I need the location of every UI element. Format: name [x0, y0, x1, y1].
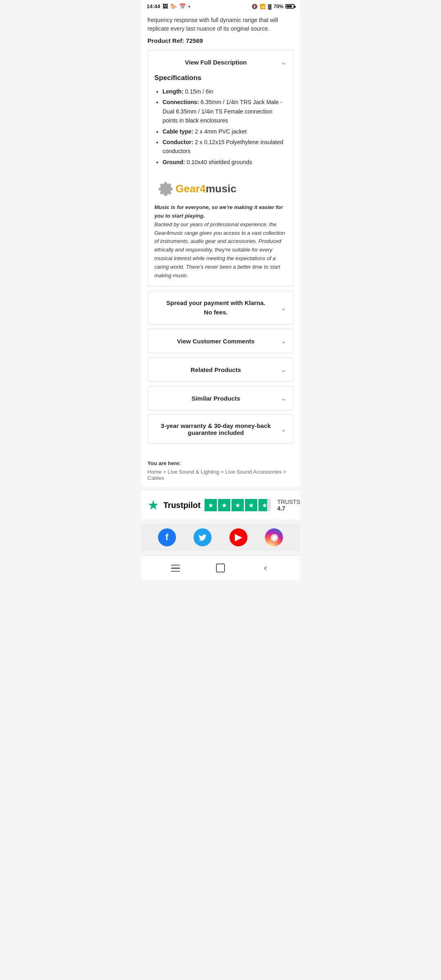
related-products-header[interactable]: Related Products ⌄: [148, 358, 293, 381]
spec-length-value: 0.15m / 6in: [185, 88, 213, 95]
trustpilot-star-4: ★: [245, 499, 257, 511]
product-ref: Product Ref: 72569: [147, 37, 294, 44]
spec-connections-label: Connections:: [163, 99, 199, 105]
specifications-heading: Specifications: [154, 74, 287, 82]
klarna-label: Spread your payment with Klarna.No fees.: [154, 298, 277, 317]
nav-menu-button[interactable]: [168, 561, 183, 575]
menu-line-3: [171, 571, 180, 572]
related-products-label: Related Products: [154, 366, 277, 373]
bottom-nav: ‹: [141, 555, 300, 580]
nav-home-button[interactable]: [213, 561, 228, 575]
breadcrumb-cables[interactable]: Cables: [147, 475, 164, 481]
horse-icon: 🐎: [170, 3, 177, 9]
home-square-icon: [216, 564, 225, 572]
chevron-down-icon: ⌄: [281, 365, 287, 374]
chevron-down-icon: ⌄: [281, 425, 287, 434]
trustpilot-star-2: ★: [218, 499, 230, 511]
breadcrumb-live-sound[interactable]: Live Sound & Lighting: [168, 469, 219, 475]
chevron-down-icon: ⌄: [281, 303, 287, 312]
trustpilot-star-5-half: ★: [258, 499, 271, 511]
spec-cable-type-label: Cable type:: [163, 128, 193, 135]
dot-icon: •: [188, 3, 190, 9]
twitter-icon[interactable]: [194, 528, 212, 546]
chevron-down-icon: ⌄: [281, 58, 287, 67]
menu-line-1: [171, 565, 180, 566]
breadcrumb-path: Home > Live Sound & Lighting > Live Soun…: [147, 469, 294, 481]
wifi-icon: 📶: [260, 4, 266, 9]
mute-icon: 🔇: [252, 4, 258, 9]
status-bar: 14:44 🖼 🐎 📅 • 🔇 📶 ▓ 70%: [141, 0, 300, 12]
brand-logo: Gear4music: [154, 179, 287, 198]
spec-ground-value: 0.10x40 shielded grounds: [187, 159, 252, 165]
trustpilot-score: TRUSTSCORE 4.7: [277, 499, 300, 512]
main-content: frequency response with full dynamic ran…: [141, 12, 300, 454]
spec-cable-type: Cable type: 2 x 4mm PVC jacket: [163, 127, 287, 136]
battery-icon: [285, 4, 294, 9]
brand-tagline: Music is for everyone, so we're making i…: [154, 203, 287, 280]
signal-icon: ▓: [268, 4, 272, 9]
related-products-accordion: Related Products ⌄: [147, 357, 294, 382]
spec-ground-label: Ground:: [163, 159, 185, 165]
instagram-icon[interactable]: ◉: [265, 528, 283, 546]
menu-lines-icon: [171, 565, 180, 572]
chevron-down-icon: ⌄: [281, 336, 287, 345]
similar-products-label: Similar Products: [154, 395, 277, 402]
calendar-icon: 📅: [179, 3, 186, 9]
back-chevron-icon: ‹: [264, 563, 267, 573]
trustpilot-name: Trustpilot: [163, 501, 200, 510]
status-left: 14:44 🖼 🐎 📅 •: [147, 3, 190, 9]
warranty-header[interactable]: 3-year warranty & 30-day money-back guar…: [148, 415, 293, 443]
brand-section: Gear4music Music is for everyone, so we'…: [154, 175, 287, 280]
spec-ground: Ground: 0.10x40 shielded grounds: [163, 158, 287, 167]
brand-description: Backed by our years of professional expe…: [154, 221, 285, 278]
spec-length: Length: 0.15m / 6in: [163, 87, 287, 96]
customer-comments-header[interactable]: View Customer Comments ⌄: [148, 329, 293, 353]
trustpilot-section: ★ Trustpilot ★ ★ ★ ★ ★ TRUSTSCORE 4.7: [141, 491, 300, 519]
brand-gear: Gear4: [176, 183, 206, 195]
facebook-icon[interactable]: f: [158, 528, 176, 546]
menu-line-2: [171, 568, 180, 569]
photo-icon: 🖼: [163, 3, 168, 9]
trustpilot-stars: ★ ★ ★ ★ ★: [205, 499, 271, 511]
breadcrumb-home[interactable]: Home: [147, 469, 162, 475]
spec-conductor: Conductor: 2 x 0.12x15 Polyethylene insu…: [163, 138, 287, 156]
customer-comments-accordion: View Customer Comments ⌄: [147, 329, 294, 353]
trustpilot-star-icon: ★: [147, 497, 159, 513]
klarna-accordion: Spread your payment with Klarna.No fees.…: [147, 291, 294, 325]
view-full-description-accordion: View Full Description ⌄ Specifications L…: [147, 50, 294, 287]
youtube-icon[interactable]: ▶: [229, 528, 247, 546]
spec-list: Length: 0.15m / 6in Connections: 6.35mm …: [154, 87, 287, 167]
battery-percent: 70%: [274, 4, 283, 9]
trustscore-label: TRUSTSCORE: [277, 499, 300, 505]
spec-length-label: Length:: [163, 88, 183, 95]
similar-products-header[interactable]: Similar Products ⌄: [148, 386, 293, 410]
customer-comments-label: View Customer Comments: [154, 338, 277, 345]
warranty-label: 3-year warranty & 30-day money-back guar…: [154, 422, 277, 436]
intro-text: frequency response with full dynamic ran…: [147, 16, 294, 33]
breadcrumb-section: You are here: Home > Live Sound & Lighti…: [141, 454, 300, 487]
chevron-down-icon: ⌄: [281, 394, 287, 403]
specifications-section: Specifications Length: 0.15m / 6in Conne…: [154, 74, 287, 167]
time: 14:44: [147, 3, 160, 9]
brand-name: Gear4music: [176, 183, 236, 195]
breadcrumb-accessories[interactable]: Live Sound Accessories: [225, 469, 282, 475]
trustpilot-star-1: ★: [205, 499, 217, 511]
klarna-header[interactable]: Spread your payment with Klarna.No fees.…: [148, 291, 293, 324]
similar-products-accordion: Similar Products ⌄: [147, 386, 294, 410]
gear-icon: [154, 179, 174, 198]
trustpilot-star-3: ★: [232, 499, 244, 511]
view-full-description-header[interactable]: View Full Description ⌄: [148, 50, 293, 74]
spec-cable-type-value: 2 x 4mm PVC jacket: [195, 128, 247, 135]
warranty-accordion: 3-year warranty & 30-day money-back guar…: [147, 414, 294, 444]
status-right: 🔇 📶 ▓ 70%: [252, 4, 294, 9]
view-full-description-label: View Full Description: [154, 59, 277, 66]
social-bar: f ▶ ◉: [141, 523, 300, 551]
nav-back-button[interactable]: ‹: [258, 561, 273, 575]
spec-connections: Connections: 6.35mm / 1/4in TRS Jack Mal…: [163, 98, 287, 125]
full-description-body: Specifications Length: 0.15m / 6in Conne…: [148, 74, 293, 286]
brand-tagline-bold: Music is for everyone, so we're making i…: [154, 204, 283, 219]
spec-conductor-label: Conductor:: [163, 139, 193, 145]
brand-music: music: [206, 183, 236, 195]
breadcrumb-label: You are here:: [147, 460, 294, 466]
trustscore-value: 4.7: [277, 505, 285, 512]
